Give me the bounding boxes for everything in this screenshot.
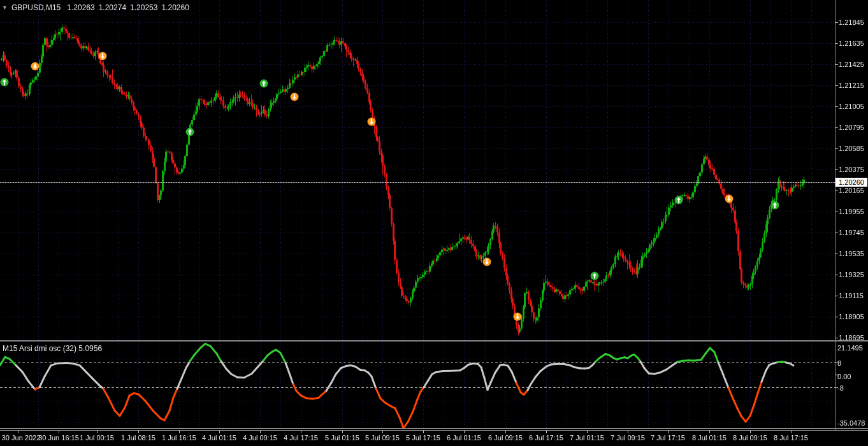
time-axis-label: 6 Jul 01:15: [447, 434, 481, 442]
chart-symbol-info: ▼ GBPUSD,M15 1.20263 1.20274 1.20253 1.2…: [2, 3, 193, 12]
current-price-box: 1.20260: [835, 178, 867, 187]
time-axis-label: 5 Jul 09:15: [365, 434, 400, 442]
mt4-chart-window: ▼ GBPUSD,M15 1.20263 1.20274 1.20253 1.2…: [0, 0, 868, 446]
time-axis-label: 8 Jul 01:15: [692, 434, 727, 442]
price-axis-label: 1.20585: [839, 145, 864, 153]
price-axis-label: 1.18695: [839, 334, 864, 342]
price-axis-label: 1.21845: [839, 18, 864, 27]
time-axis-label: 1 Jul 08:15: [121, 434, 156, 442]
indicator-axis-label: 0.00: [837, 373, 851, 381]
time-axis-label: 7 Jul 01:15: [570, 434, 604, 442]
price-axis-label: 1.19535: [839, 250, 864, 258]
time-axis-label: 7 Jul 09:15: [611, 434, 645, 442]
price-axis-label: 1.21635: [839, 40, 864, 48]
time-axis-label: 4 Jul 01:15: [202, 434, 236, 442]
indicator-axis-label: -35.0478: [837, 419, 865, 428]
time-axis-label: 7 Jul 17:15: [651, 434, 685, 442]
indicator-label: M15 Arsi dmi osc (32) 5.0956: [3, 344, 102, 353]
time-axis-label: 1 Jul 16:15: [162, 434, 196, 442]
price-axis-label: 1.19325: [839, 271, 864, 279]
chart-canvas[interactable]: [0, 0, 868, 446]
price-axis-label: 1.19115: [839, 292, 864, 300]
time-axis-label: 5 Jul 01:15: [325, 434, 359, 442]
symbol-timeframe-label: GBPUSD,M15: [11, 3, 61, 12]
quote-high: 1.20274: [99, 3, 126, 12]
indicator-axis[interactable]: 21.149580.00-8-35.0478: [835, 343, 868, 431]
time-axis-label: 4 Jul 17:15: [284, 434, 318, 442]
time-axis-label: 5 Jul 17:15: [406, 434, 440, 442]
price-axis-label: 1.19745: [839, 229, 864, 237]
price-axis-label: 1.21215: [839, 82, 864, 90]
price-axis-label: 1.20375: [839, 166, 864, 174]
indicator-axis-label: -8: [837, 384, 844, 392]
time-axis-label: 4 Jul 09:15: [243, 434, 277, 442]
indicator-axis-label: 8: [837, 359, 841, 368]
indicator-axis-label: 21.1495: [837, 344, 863, 352]
price-axis[interactable]: 1.218451.216351.214251.212151.210051.207…: [835, 0, 868, 340]
time-axis-label: 6 Jul 09:15: [488, 434, 523, 442]
time-axis-label: 30 Jun 16:15: [38, 434, 79, 442]
quote-close: 1.20260: [161, 3, 189, 12]
time-axis-label: 8 Jul 09:15: [733, 434, 767, 442]
quote-open: 1.20263: [67, 3, 94, 12]
price-axis-label: 1.18905: [839, 313, 864, 321]
time-axis-label: 30 Jun 2022: [2, 434, 41, 442]
time-axis-label: 1 Jul 00:15: [80, 434, 114, 442]
chevron-down-icon[interactable]: ▼: [2, 4, 8, 11]
time-axis-label: 6 Jul 17:15: [529, 434, 563, 442]
time-axis[interactable]: 30 Jun 202230 Jun 16:151 Jul 00:151 Jul …: [0, 431, 868, 446]
price-axis-label: 1.20165: [839, 187, 864, 195]
price-axis-label: 1.19955: [839, 208, 864, 216]
time-axis-label: 8 Jul 17:15: [774, 434, 808, 442]
quote-low: 1.20253: [130, 3, 157, 12]
price-axis-label: 1.21005: [839, 103, 864, 111]
price-axis-label: 1.21425: [839, 61, 864, 69]
price-axis-label: 1.20795: [839, 124, 864, 132]
